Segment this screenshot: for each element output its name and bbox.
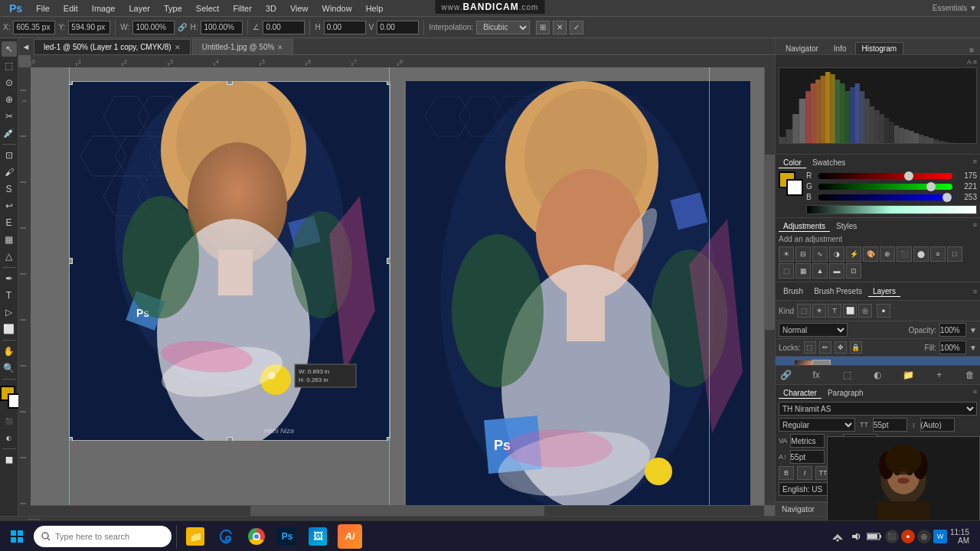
- scrollbar-vertical[interactable]: [764, 67, 775, 505]
- font-family-select[interactable]: TH Niramit AS: [779, 402, 977, 416]
- tab-styles[interactable]: Styles: [831, 221, 861, 232]
- font-style-select[interactable]: Regular Bold Italic: [779, 418, 855, 432]
- pen-tool[interactable]: ✒: [2, 271, 17, 286]
- menu-file[interactable]: File: [30, 2, 56, 15]
- confirm-transform-button[interactable]: ✓: [570, 21, 583, 34]
- width-input[interactable]: [132, 21, 175, 34]
- sys-network[interactable]: [830, 529, 845, 544]
- x-input[interactable]: [13, 21, 55, 34]
- eraser-tool[interactable]: E: [2, 215, 17, 230]
- panel-collapse-top[interactable]: ≡: [966, 46, 977, 54]
- filter-toggle[interactable]: ●: [877, 304, 890, 318]
- char-panel-menu[interactable]: ≡: [973, 388, 977, 399]
- g-slider[interactable]: [818, 184, 952, 190]
- opacity-input[interactable]: [939, 323, 966, 337]
- layer-link-btn[interactable]: 🔗: [779, 368, 792, 382]
- adj-hue-sat[interactable]: 🎨: [863, 246, 878, 262]
- adj-color-lookup[interactable]: □: [947, 246, 962, 262]
- filter-type[interactable]: T: [828, 304, 841, 318]
- sys-icon-2[interactable]: ●: [901, 530, 915, 543]
- menu-image[interactable]: Image: [86, 2, 122, 15]
- fill-input[interactable]: [939, 341, 966, 354]
- color-bg-box[interactable]: [786, 179, 803, 196]
- history-brush-tool[interactable]: ↩: [2, 198, 17, 214]
- tab-info[interactable]: Info: [827, 42, 854, 54]
- layer-delete-btn[interactable]: 🗑: [963, 368, 977, 382]
- sys-battery[interactable]: [867, 529, 882, 544]
- taskbar-edge-btn[interactable]: [212, 523, 240, 550]
- opacity-more[interactable]: ▼: [969, 326, 977, 334]
- tab-1-close[interactable]: ✕: [175, 44, 181, 51]
- layer-mask-btn[interactable]: ⬚: [840, 368, 854, 382]
- adj-brightness[interactable]: ☀: [779, 246, 794, 262]
- hand-tool[interactable]: ✋: [2, 344, 17, 359]
- lock-transparent[interactable]: ⬚: [804, 341, 816, 354]
- shape-tool[interactable]: ⬜: [2, 321, 17, 337]
- tab-document-1[interactable]: led-1 @ 50% (Layer 1 copy, CMYK/8) ✕: [34, 39, 191, 54]
- lasso-tool[interactable]: ⊙: [2, 75, 17, 90]
- zoom-tool[interactable]: 🔍: [2, 360, 17, 376]
- leading-input[interactable]: [920, 418, 955, 432]
- italic-btn[interactable]: I: [797, 466, 812, 480]
- adj-levels[interactable]: ⊟: [795, 246, 811, 262]
- b-slider[interactable]: [818, 194, 952, 201]
- sys-icon-4[interactable]: W: [933, 530, 947, 543]
- sys-volume[interactable]: [848, 529, 864, 544]
- color-panel-menu[interactable]: ≡: [973, 158, 977, 168]
- hskew-input[interactable]: [324, 21, 366, 34]
- taskbar-chrome-btn[interactable]: [243, 523, 270, 550]
- warp-button[interactable]: ⊞: [536, 21, 550, 34]
- layer-style-btn[interactable]: fx: [809, 368, 823, 382]
- menu-window[interactable]: Window: [316, 2, 358, 15]
- adj-curves[interactable]: ∿: [812, 246, 828, 262]
- sys-icon-1[interactable]: ⬛: [885, 530, 899, 543]
- layer-new-btn[interactable]: +: [933, 368, 946, 382]
- scrollbar-v-thumb[interactable]: [765, 155, 775, 330]
- angle-input[interactable]: [263, 21, 305, 34]
- tab-brush[interactable]: Brush: [779, 286, 808, 297]
- tab-document-2[interactable]: Untitled-1.jpg @ 50% ✕: [192, 39, 294, 54]
- vskew-input[interactable]: [377, 21, 419, 34]
- menu-type[interactable]: Type: [158, 2, 188, 15]
- tab-scroll-left[interactable]: ◄: [18, 38, 34, 55]
- histogram-options[interactable]: A ≡: [967, 58, 977, 66]
- layer-group-btn[interactable]: 📁: [902, 368, 916, 382]
- taskbar-file-explorer-btn[interactable]: 📁: [181, 523, 209, 550]
- taskbar-photos-btn[interactable]: 🖼: [304, 523, 332, 550]
- menu-view[interactable]: View: [284, 2, 315, 15]
- taskbar-search-input[interactable]: [55, 532, 164, 541]
- taskbar-search-box[interactable]: [34, 526, 172, 547]
- r-slider[interactable]: [818, 173, 952, 179]
- scrollbar-h-thumb[interactable]: [250, 506, 544, 516]
- brush-tool[interactable]: 🖌: [2, 165, 17, 180]
- quick-select-tool[interactable]: ⊕: [2, 92, 17, 107]
- blend-mode-select[interactable]: Normal Multiply Screen Overlay: [779, 323, 848, 337]
- app-logo[interactable]: Ps: [3, 1, 28, 16]
- menu-layer[interactable]: Layer: [122, 2, 156, 15]
- sys-icon-3[interactable]: ◎: [917, 530, 931, 543]
- adj-vibrance[interactable]: ⚡: [846, 246, 861, 262]
- lock-all[interactable]: 🔒: [850, 341, 862, 354]
- menu-select[interactable]: Select: [190, 2, 226, 15]
- layer-item-1-copy[interactable]: 👁 Layer 1 copy: [776, 357, 980, 365]
- menu-3d[interactable]: 3D: [260, 2, 283, 15]
- lock-position[interactable]: ✥: [835, 341, 847, 354]
- quick-mask-btn[interactable]: ◐: [2, 430, 17, 445]
- adj-panel-menu[interactable]: ≡: [973, 221, 977, 232]
- adj-photo-filter[interactable]: ⬤: [913, 246, 929, 262]
- brush-panel-menu[interactable]: ≡: [973, 288, 977, 295]
- tab-adjustments[interactable]: Adjustments: [779, 221, 830, 232]
- lock-pixels[interactable]: ✏: [819, 341, 831, 354]
- canvas-viewport[interactable]: 0 1 2 3 4 5 6 7 8: [18, 55, 775, 516]
- adj-bw[interactable]: ⬛: [897, 246, 912, 262]
- scrollbar-horizontal[interactable]: [31, 505, 764, 516]
- show-desktop-btn[interactable]: [972, 523, 977, 550]
- fill-more[interactable]: ▼: [969, 344, 977, 352]
- gradient-tool[interactable]: ▦: [2, 232, 17, 247]
- start-button[interactable]: [3, 523, 31, 550]
- tab-character[interactable]: Character: [779, 388, 822, 399]
- bold-btn[interactable]: B: [779, 466, 794, 480]
- adj-color-balance[interactable]: ⊕: [880, 246, 895, 262]
- tab-brush-presets[interactable]: Brush Presets: [809, 286, 867, 297]
- menu-filter[interactable]: Filter: [227, 2, 257, 15]
